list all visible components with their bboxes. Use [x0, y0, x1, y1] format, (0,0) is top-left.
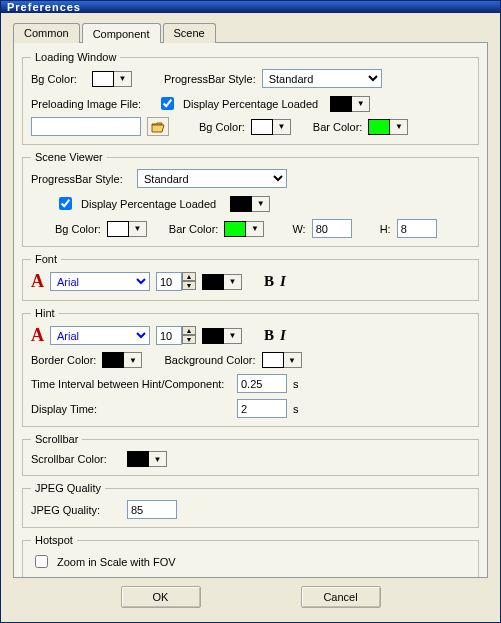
label-hint-bgcolor: Background Color:	[164, 354, 255, 366]
legend-font: Font	[31, 253, 61, 265]
label-time-interval-unit: s	[293, 378, 299, 390]
dropdown-hint-bordercolor[interactable]: ▼	[124, 352, 142, 368]
dropdown-lw-bgcolor[interactable]: ▼	[114, 71, 132, 87]
tab-common[interactable]: Common	[13, 23, 80, 43]
swatch-hint-font-color[interactable]	[202, 328, 224, 344]
swatch-scrollbar-color[interactable]	[127, 451, 149, 467]
group-hotspot: Hotspot Zoom in Scale with FOV	[22, 534, 479, 578]
select-sv-pbstyle[interactable]: Standard	[137, 169, 287, 188]
group-jpeg-quality: JPEG Quality JPEG Quality:	[22, 482, 479, 528]
label-sv-w: W:	[292, 223, 305, 235]
button-browse-preloading[interactable]	[147, 117, 169, 136]
swatch-hint-bgcolor[interactable]	[262, 352, 284, 368]
hint-font-a-icon: A	[31, 325, 44, 346]
window-body: Common Component Scene Loading Window Bg…	[1, 13, 500, 623]
preferences-window: Preferences Common Component Scene Loadi…	[0, 0, 501, 623]
legend-hotspot: Hotspot	[31, 534, 77, 546]
label-lw-barcolor: Bar Color:	[313, 121, 363, 133]
button-hint-italic[interactable]: I	[280, 327, 286, 344]
hint-font-size-spinner[interactable]: ▲▼	[182, 326, 196, 345]
swatch-font-color[interactable]	[202, 274, 224, 290]
tab-panel: Loading Window Bg Color: ▼ ProgressBar S…	[13, 42, 488, 578]
legend-loading-window: Loading Window	[31, 51, 120, 63]
button-hint-bold[interactable]: B	[264, 327, 274, 344]
input-font-size[interactable]	[156, 272, 182, 291]
font-size-spinner[interactable]: ▲▼	[182, 272, 196, 291]
checkbox-zoom-fov[interactable]	[35, 555, 48, 568]
label-lw-pbstyle: ProgressBar Style:	[164, 73, 256, 85]
group-font: Font A Arial ▲▼ ▼ B I	[22, 253, 479, 301]
label-sv-barcolor: Bar Color:	[169, 223, 219, 235]
label-sv-h: H:	[380, 223, 391, 235]
select-lw-pbstyle[interactable]: Standard	[262, 69, 382, 88]
cancel-button[interactable]: Cancel	[301, 586, 381, 608]
swatch-sv-barcolor[interactable]	[224, 221, 246, 237]
label-display-time: Display Time:	[31, 403, 231, 415]
label-jpeg-quality: JPEG Quality:	[31, 504, 121, 516]
swatch-lw-displaypct-color[interactable]	[330, 96, 352, 112]
titlebar: Preferences	[1, 1, 500, 13]
label-sv-pbstyle: ProgressBar Style:	[31, 173, 131, 185]
group-hint: Hint A Arial ▲▼ ▼ B I Border Color: ▼	[22, 307, 479, 427]
font-color-a-icon: A	[31, 271, 44, 292]
dropdown-sv-barcolor[interactable]: ▼	[246, 221, 264, 237]
group-scene-viewer: Scene Viewer ProgressBar Style: Standard…	[22, 151, 479, 247]
swatch-lw-barcolor[interactable]	[368, 119, 390, 135]
swatch-lw-bgcolor[interactable]	[92, 71, 114, 87]
label-scrollbar-color: Scrollbar Color:	[31, 453, 121, 465]
group-loading-window: Loading Window Bg Color: ▼ ProgressBar S…	[22, 51, 479, 145]
legend-hint: Hint	[31, 307, 59, 319]
label-display-time-unit: s	[293, 403, 299, 415]
label-time-interval: Time Interval between Hint/Component:	[31, 378, 231, 390]
button-font-italic[interactable]: I	[280, 273, 286, 290]
input-hint-font-size[interactable]	[156, 326, 182, 345]
label-lw-displaypct: Display Percentage Loaded	[183, 98, 318, 110]
dropdown-font-color[interactable]: ▼	[224, 274, 242, 290]
input-preloading-file[interactable]	[31, 117, 141, 136]
label-preloading-file: Preloading Image File:	[31, 98, 151, 110]
ok-button[interactable]: OK	[121, 586, 201, 608]
dropdown-scrollbar-color[interactable]: ▼	[149, 451, 167, 467]
swatch-sv-displaypct-color[interactable]	[230, 196, 252, 212]
label-sv-displaypct: Display Percentage Loaded	[81, 198, 216, 210]
tab-component[interactable]: Component	[82, 23, 161, 43]
select-font-family[interactable]: Arial	[50, 272, 150, 291]
legend-scene-viewer: Scene Viewer	[31, 151, 107, 163]
tab-scene[interactable]: Scene	[163, 23, 216, 43]
dropdown-sv-displaypct-color[interactable]: ▼	[252, 196, 270, 212]
label-sv-bgcolor: Bg Color:	[55, 223, 101, 235]
checkbox-lw-displaypct[interactable]	[161, 97, 174, 110]
swatch-hint-bordercolor[interactable]	[102, 352, 124, 368]
label-lw-inner-bgcolor: Bg Color:	[199, 121, 245, 133]
label-zoom-fov: Zoom in Scale with FOV	[57, 556, 176, 568]
input-sv-h[interactable]	[397, 219, 437, 238]
folder-open-icon	[151, 121, 165, 133]
select-hint-font-family[interactable]: Arial	[50, 326, 150, 345]
dropdown-lw-inner-bgcolor[interactable]: ▼	[273, 119, 291, 135]
button-font-bold[interactable]: B	[264, 273, 274, 290]
dropdown-lw-barcolor[interactable]: ▼	[390, 119, 408, 135]
input-jpeg-quality[interactable]	[127, 500, 177, 519]
legend-scrollbar: Scrollbar	[31, 433, 82, 445]
dropdown-sv-bgcolor[interactable]: ▼	[129, 221, 147, 237]
dialog-footer: OK Cancel	[13, 578, 488, 618]
input-sv-w[interactable]	[312, 219, 352, 238]
input-time-interval[interactable]	[237, 374, 287, 393]
dropdown-hint-font-color[interactable]: ▼	[224, 328, 242, 344]
group-scrollbar: Scrollbar Scrollbar Color: ▼	[22, 433, 479, 476]
label-hint-bordercolor: Border Color:	[31, 354, 96, 366]
label-lw-bgcolor: Bg Color:	[31, 73, 86, 85]
swatch-lw-inner-bgcolor[interactable]	[251, 119, 273, 135]
checkbox-sv-displaypct[interactable]	[59, 197, 72, 210]
swatch-sv-bgcolor[interactable]	[107, 221, 129, 237]
legend-jpeg-quality: JPEG Quality	[31, 482, 105, 494]
dropdown-lw-displaypct-color[interactable]: ▼	[352, 96, 370, 112]
tab-strip: Common Component Scene	[13, 23, 488, 43]
window-title: Preferences	[7, 1, 81, 13]
dropdown-hint-bgcolor[interactable]: ▼	[284, 352, 302, 368]
input-display-time[interactable]	[237, 399, 287, 418]
